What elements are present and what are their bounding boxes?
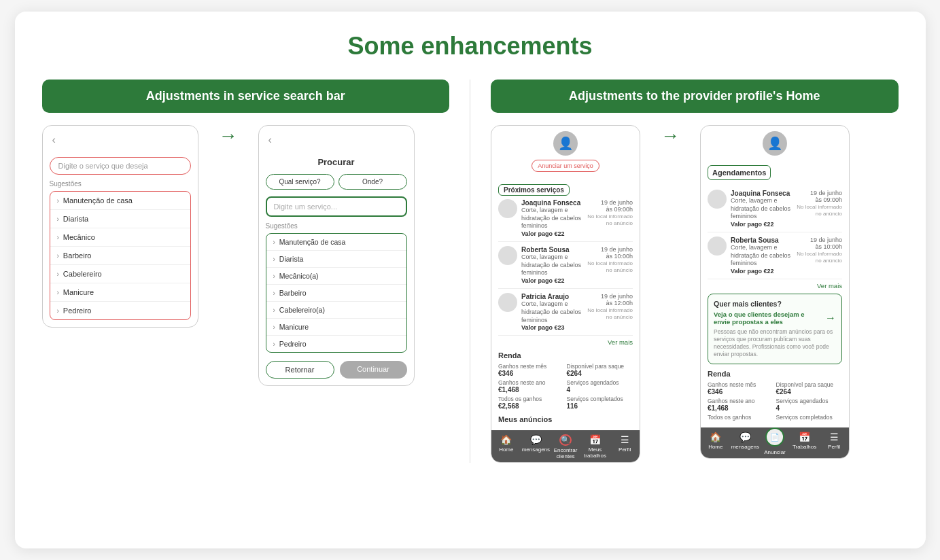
arrow-icon-quer: →	[825, 312, 836, 324]
list-item[interactable]: ›Barbeiro	[50, 247, 190, 265]
announce-badge[interactable]: Anunciar um serviço	[532, 160, 599, 172]
list-item[interactable]: ›Cabelereiro	[50, 265, 190, 283]
nav-label-mensagens: mensagens	[522, 447, 550, 453]
list-item[interactable]: ›Mecânico	[50, 228, 190, 247]
menu-icon: ☰	[621, 434, 629, 445]
renda-item: Serviços agendados4	[567, 379, 633, 393]
quer-mais-sub: Veja o que clientes desejam e envie prop…	[714, 311, 822, 326]
list-item[interactable]: ›Manutenção de casa	[266, 234, 406, 251]
chevron-icon: ›	[273, 307, 275, 314]
nav-item-home[interactable]: 🏠 Home	[491, 434, 521, 459]
main-title: Some enhancements	[42, 32, 899, 60]
chevron-icon: ›	[273, 340, 275, 348]
appt-price: Valor pago €22	[521, 230, 583, 237]
appt-info-r: Joaquina Fonseca Corte, lavagem e hidrat…	[731, 190, 793, 228]
phone-search-right: ‹ Procurar Qual serviço? Onde? Digite um…	[258, 125, 415, 386]
appt-desc: Corte, lavagem e hidratação de cabelos f…	[521, 253, 583, 277]
section-2: Adjustments to the provider profile's Ho…	[491, 80, 899, 463]
list-item[interactable]: ›Manicure	[50, 283, 190, 302]
service-input[interactable]: Digite um serviço...	[266, 196, 407, 217]
nav-item-mensagens-r[interactable]: 💬 mensagens	[731, 432, 761, 455]
encontrar-circle: 🔍	[559, 434, 572, 446]
ver-mais-right[interactable]: Ver mais	[708, 282, 842, 290]
avatar-right: 👤	[763, 131, 787, 156]
appt-info-r2: Roberta Sousa Corte, lavagem e hidrataçã…	[731, 237, 793, 275]
nav-item-trabalhos-r[interactable]: 📅 Trabalhos	[790, 432, 820, 455]
continuar-button[interactable]: Continuar	[340, 361, 407, 379]
avatar-container-left: 👤	[491, 126, 640, 158]
renda-grid-left: Ganhos neste mês€346 Disponível para saq…	[498, 363, 633, 410]
nav-label-trabalhos-r: Trabalhos	[793, 444, 816, 450]
appt-date: 19 de junhoàs 10:00hNo local informadono…	[587, 246, 633, 284]
appt-avatar	[498, 246, 517, 265]
renda-item: Ganhos neste mês€346	[498, 363, 565, 377]
list-item[interactable]: ›Manutenção de casa	[50, 192, 190, 210]
search-input-box[interactable]: Digite o serviço que deseja	[50, 157, 191, 175]
nav-item-mensagens[interactable]: 💬 mensagens	[521, 434, 551, 459]
list-item[interactable]: ›Barbeiro	[266, 285, 406, 302]
back-icon-right[interactable]: ‹	[264, 130, 276, 150]
nav-item-anunciar[interactable]: 📄 Anunciar	[760, 432, 790, 455]
appt-price-r: Valor pago €22	[731, 221, 793, 228]
appt-date: 19 de junhoàs 12:00hNo local informadono…	[587, 293, 633, 331]
arrow-2: →	[661, 125, 680, 147]
list-item[interactable]: ›Manicure	[266, 319, 406, 336]
retornar-button[interactable]: Retornar	[266, 361, 334, 379]
appt-avatar-r	[708, 190, 727, 209]
chevron-icon: ›	[273, 256, 275, 263]
phone-provider-right-inner: Agendamentos Joaquina Fonseca Corte, lav…	[701, 158, 849, 427]
qual-servico-pill[interactable]: Qual serviço?	[266, 174, 334, 190]
nav-item-perfil[interactable]: ☰ Perfil	[610, 434, 640, 459]
section1-content: ‹ Digite o serviço que deseja Sugestões …	[42, 125, 450, 386]
renda-title-left: Renda	[498, 351, 633, 360]
quer-mais-row: Veja o que clientes desejam e envie prop…	[714, 311, 836, 326]
arrow-right-icon-2: →	[661, 125, 680, 147]
phone-provider-left: 👤 Anunciar um serviço Próximos serviços	[491, 125, 640, 463]
nav-label-perfil-r: Perfil	[828, 444, 840, 450]
quer-mais-desc: Pessoas que não encontram anúncios para …	[714, 328, 836, 358]
appt-price-r2: Valor pago €22	[731, 268, 793, 275]
search-row: Qual serviço? Onde?	[266, 174, 407, 190]
chevron-icon: ›	[57, 307, 59, 315]
nav-item-encontrar[interactable]: 🔍 Encontrar clientes	[551, 434, 580, 459]
appt-price: Valor pago €23	[521, 324, 583, 331]
quer-mais-title: Quer mais clientes?	[714, 300, 836, 308]
section-1: Adjustments in service search bar ‹ Digi…	[42, 80, 450, 463]
chevron-icon: ›	[57, 215, 59, 223]
nav-label-trabalhos: Meus trabalhos	[580, 447, 610, 459]
calendar-icon-r: 📅	[799, 432, 810, 442]
action-buttons: Retornar Continuar	[266, 361, 407, 379]
renda-item: Todos os ganhos€2,568	[498, 396, 565, 410]
renda-item: Serviços completados116	[567, 396, 633, 410]
user-icon-right: 👤	[767, 136, 782, 151]
list-item[interactable]: ›Mecânico(a)	[266, 268, 406, 285]
search-icon: 🔍	[561, 436, 570, 444]
appt-avatar	[498, 199, 517, 218]
nav-item-trabalhos[interactable]: 📅 Meus trabalhos	[580, 434, 610, 459]
nav-item-perfil-r[interactable]: ☰ Perfil	[819, 432, 849, 455]
suggestions-green-list: ›Manutenção de casa ›Diarista ›Mecânico(…	[266, 233, 407, 353]
ver-mais-left[interactable]: Ver mais	[498, 338, 633, 346]
suggestions-label-left: Sugestões	[50, 180, 191, 188]
phone-search-left: ‹ Digite o serviço que deseja Sugestões …	[42, 125, 198, 328]
list-item[interactable]: ›Pedreiro	[266, 336, 406, 352]
nav-label-perfil: Perfil	[619, 447, 631, 453]
proximos-tag: Próximos serviços	[498, 184, 570, 196]
list-item[interactable]: ›Diarista	[266, 251, 406, 268]
arrow-right-icon: →	[219, 125, 238, 147]
onde-pill[interactable]: Onde?	[338, 174, 407, 190]
list-item[interactable]: ›Pedreiro	[50, 302, 190, 319]
phone-right-header: ‹	[259, 126, 414, 150]
menu-icon-r: ☰	[830, 432, 839, 442]
back-icon[interactable]: ‹	[48, 130, 60, 150]
avatar-container-right: 👤	[701, 126, 849, 158]
renda-item-r: Ganhos neste ano€1,468	[708, 398, 774, 412]
list-item[interactable]: ›Diarista	[50, 210, 190, 228]
renda-item-r: Disponível para saque€264	[776, 381, 843, 396]
nav-item-home-r[interactable]: 🏠 Home	[701, 432, 731, 455]
avatar-left: 👤	[553, 131, 578, 156]
list-item[interactable]: ›Cabelereiro(a)	[266, 302, 406, 319]
renda-section-left: Renda Ganhos neste mês€346 Disponível pa…	[498, 351, 633, 410]
appointment-card: Roberta Sousa Corte, lavagem e hidrataçã…	[498, 242, 633, 289]
appt-desc-r2: Corte, lavagem e hidratação de cabelos f…	[731, 244, 793, 268]
